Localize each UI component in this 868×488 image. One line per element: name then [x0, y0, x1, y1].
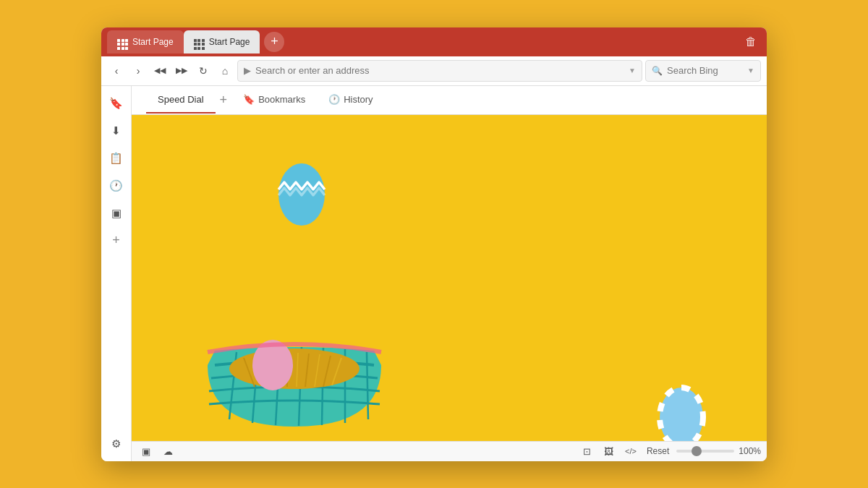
striped-egg	[655, 380, 709, 441]
trash-icon: 🗑	[745, 35, 757, 48]
speed-dial-label: Speed Dial	[158, 94, 204, 105]
home-button[interactable]: ⌂	[216, 61, 234, 80]
browser-window: Start Page Start Page + 🗑 ‹ ›	[101, 27, 767, 461]
tab-bookmarks[interactable]: 🔖 Bookmarks	[231, 87, 317, 114]
history-clock-icon: 🕐	[328, 94, 340, 105]
reset-label: Reset	[647, 446, 669, 456]
history-icon: 🕐	[109, 179, 123, 192]
status-image-button[interactable]: 🖼	[600, 442, 618, 460]
last-page-button[interactable]: ▶▶	[172, 61, 191, 80]
forward-icon: ›	[137, 65, 140, 77]
home-icon: ⌂	[222, 65, 228, 77]
tab1-label: Start Page	[132, 37, 174, 47]
zoom-reset-button[interactable]: Reset	[644, 445, 672, 458]
forward-button[interactable]: ›	[129, 61, 148, 80]
back-icon: ‹	[115, 65, 119, 77]
status-window-icon: ⊡	[583, 446, 591, 457]
reload-button[interactable]: ↻	[194, 61, 213, 80]
add-speed-dial-button[interactable]: +	[216, 87, 232, 114]
title-bar: Start Page Start Page + 🗑	[101, 27, 767, 56]
first-icon: ◀◀	[154, 66, 166, 75]
sidebar-panels-button[interactable]: ▣	[105, 202, 128, 225]
download-icon: ⬇	[111, 124, 121, 137]
browser-tab-1[interactable]: Start Page	[107, 30, 184, 53]
tab-history[interactable]: 🕐 History	[317, 87, 384, 114]
svg-point-8	[229, 348, 359, 389]
status-code-icon: </>	[625, 447, 637, 455]
status-panel-button[interactable]: ▣	[137, 442, 155, 460]
browser-body: 🔖 ⬇ 📋 🕐 ▣ + ⚙	[101, 86, 767, 461]
history-label: History	[344, 94, 373, 105]
bookmarks-bookmark-icon: 🔖	[243, 94, 255, 105]
sidebar-history-button[interactable]: 🕐	[105, 174, 128, 197]
add-icon: +	[112, 233, 120, 248]
last-icon: ▶▶	[176, 66, 187, 75]
shield-icon: ▶	[244, 65, 251, 76]
status-bar: ▣ ☁ ⊡ 🖼 </> Reset	[132, 441, 767, 461]
tab1-grid-icon	[117, 34, 128, 50]
sidebar-add-button[interactable]: +	[105, 229, 128, 252]
search-input[interactable]	[667, 65, 743, 76]
status-window-button[interactable]: ⊡	[579, 442, 596, 460]
back-button[interactable]: ‹	[107, 61, 126, 80]
close-tab-button[interactable]: 🗑	[741, 32, 761, 52]
tab2-label: Start Page	[209, 37, 250, 47]
address-dropdown-icon[interactable]: ▼	[629, 67, 636, 74]
status-cloud-button[interactable]: ☁	[159, 442, 176, 460]
sidebar-bookmark-button[interactable]: 🔖	[105, 92, 128, 115]
tab2-grid-icon	[194, 34, 205, 50]
status-code-button[interactable]: </>	[622, 442, 639, 460]
sidebar-download-button[interactable]: ⬇	[105, 119, 128, 142]
add-speed-dial-icon: +	[220, 93, 228, 107]
notes-icon: 📋	[109, 152, 123, 165]
search-dropdown-icon[interactable]: ▼	[747, 67, 754, 74]
page-tabs-bar: Speed Dial + 🔖 Bookmarks 🕐 History	[132, 86, 767, 115]
sidebar: 🔖 ⬇ 📋 🕐 ▣ + ⚙	[101, 86, 132, 461]
content-area: Speed Dial + 🔖 Bookmarks 🕐 History	[132, 86, 767, 461]
bookmark-icon: 🔖	[109, 97, 123, 110]
address-bar: ▶ ▼	[237, 60, 642, 82]
sidebar-settings-button[interactable]: ⚙	[105, 432, 128, 455]
blue-egg	[273, 155, 331, 227]
settings-icon: ⚙	[111, 437, 121, 450]
browser-tab-2[interactable]: Start Page	[184, 30, 260, 53]
viewport	[132, 115, 767, 441]
address-input[interactable]	[255, 65, 624, 76]
basket	[200, 293, 388, 441]
sidebar-notes-button[interactable]: 📋	[105, 147, 128, 170]
zoom-value: 100%	[739, 446, 761, 456]
new-tab-button[interactable]: +	[264, 32, 284, 52]
zoom-controls: Reset 100%	[644, 445, 761, 458]
status-panel-icon: ▣	[142, 446, 150, 457]
tab-speed-dial[interactable]: Speed Dial	[146, 87, 216, 114]
panels-icon: ▣	[111, 207, 122, 220]
easter-background	[132, 115, 767, 441]
search-bar: 🔍 ▼	[645, 60, 761, 82]
bookmarks-label: Bookmarks	[258, 94, 305, 105]
status-cloud-icon: ☁	[163, 446, 173, 457]
search-engine-icon: 🔍	[652, 66, 663, 76]
nav-bar: ‹ › ◀◀ ▶▶ ↻ ⌂ ▶ ▼ 🔍 ▼	[101, 56, 767, 86]
first-page-button[interactable]: ◀◀	[150, 61, 169, 80]
zoom-slider[interactable]	[676, 450, 734, 453]
status-image-icon: 🖼	[604, 446, 613, 457]
reload-icon: ↻	[199, 65, 208, 77]
